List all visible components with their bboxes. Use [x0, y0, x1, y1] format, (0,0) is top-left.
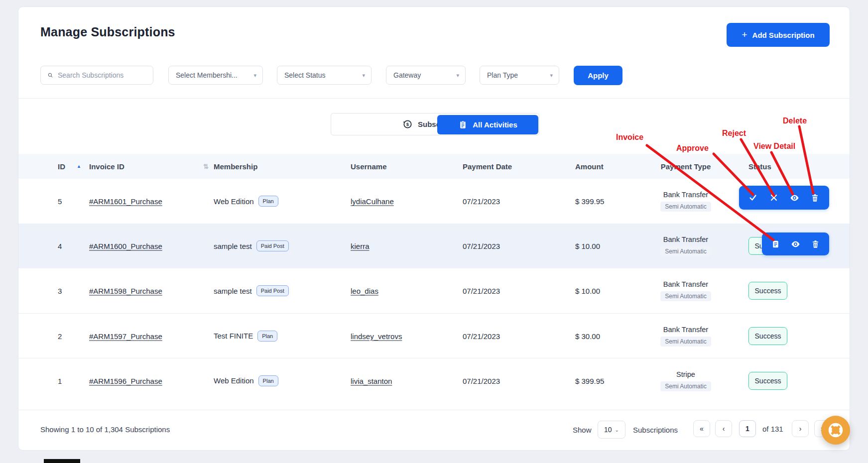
chevron-down-icon: ▾: [253, 72, 256, 79]
status-select[interactable]: Select Status ▾: [277, 66, 372, 85]
cell-payment-date: 07/21/2023: [463, 197, 500, 206]
cell-id: 4: [58, 242, 62, 250]
invoice-link[interactable]: #ARM1601_Purchase: [89, 197, 162, 206]
annotation-approve: Approve: [676, 144, 709, 153]
eye-icon: [790, 239, 801, 249]
pagination-prev-button[interactable]: ‹: [715, 420, 732, 437]
payment-type-name: Bank Transfer: [663, 191, 708, 199]
results-summary: Showing 1 to 10 of 1,304 Subscriptions: [40, 425, 170, 434]
table-row: 3 #ARM1598_Purchase sample test Paid Pos…: [18, 268, 850, 313]
header-payment-date: Payment Date: [463, 162, 512, 171]
plan-type-select-value: Plan Type: [487, 71, 518, 79]
cell-amount: $ 399.95: [575, 197, 604, 206]
section-divider: [18, 98, 850, 99]
sort-asc-icon[interactable]: ▲: [77, 164, 81, 169]
status-select-value: Select Status: [284, 71, 326, 79]
invoice-link[interactable]: #ARM1598_Purchase: [89, 287, 162, 295]
table-row: 4 #ARM1600_Purchase sample test Paid Pos…: [18, 224, 850, 268]
chevron-down-icon: ⌄: [615, 427, 619, 433]
username-link[interactable]: livia_stanton: [351, 376, 392, 385]
username-link[interactable]: kierra: [351, 242, 370, 250]
header-membership: Membership: [214, 162, 257, 171]
cell-status: Success: [748, 327, 787, 345]
cell-payment-date: 07/21/2023: [463, 242, 500, 250]
cell-payment-date: 07/21/2023: [463, 376, 500, 385]
chevron-down-icon: ▾: [550, 72, 553, 79]
add-subscription-button[interactable]: + Add Subscription: [727, 23, 830, 47]
header-amount: Amount: [575, 162, 604, 171]
annotation-reject: Reject: [722, 129, 746, 138]
gateway-select[interactable]: Gateway ▾: [386, 66, 466, 85]
search-box: [40, 66, 153, 85]
payment-type-name: Stripe: [676, 370, 695, 378]
header-invoice-id: Invoice ID: [89, 162, 124, 171]
plus-icon: +: [742, 29, 747, 40]
header-status: Status: [748, 162, 771, 171]
bottom-left-artifact: [44, 459, 80, 463]
cell-payment-type: Bank Transfer Semi Automatic: [643, 280, 728, 301]
membership-name: Web Edition: [214, 197, 254, 206]
pagination-page-input[interactable]: [739, 420, 756, 437]
payment-type-name: Bank Transfer: [663, 326, 708, 334]
search-icon: [48, 71, 53, 79]
show-label: Show: [573, 426, 592, 434]
cell-membership: Web Edition Plan: [214, 375, 278, 386]
delete-button[interactable]: [809, 237, 822, 250]
cell-payment-type: Bank Transfer Semi Automatic: [643, 326, 728, 347]
cell-payment-type: Bank Transfer Semi Automatic: [643, 235, 728, 256]
username-link[interactable]: leo_dias: [351, 287, 378, 295]
help-fab-button[interactable]: [821, 416, 850, 445]
tab-all-activities-label: All Activities: [473, 120, 517, 129]
per-page-select[interactable]: 10 ⌄: [598, 421, 625, 439]
invoice-link[interactable]: #ARM1600_Purchase: [89, 242, 162, 250]
table-footer: Showing 1 to 10 of 1,304 Subscriptions S…: [18, 410, 850, 451]
view-detail-button[interactable]: [789, 237, 802, 250]
payment-type-name: Bank Transfer: [663, 280, 708, 288]
cell-payment-type: Bank Transfer Semi Automatic: [643, 191, 728, 212]
reject-button[interactable]: [767, 191, 780, 204]
header-payment-type: Payment Type: [643, 162, 728, 171]
approve-button[interactable]: [746, 191, 759, 204]
delete-button[interactable]: [809, 191, 822, 204]
invoice-link[interactable]: #ARM1596_Purchase: [89, 376, 162, 385]
sort-icon[interactable]: ⇅: [203, 163, 209, 170]
pagination-total-label: of 131: [762, 425, 783, 433]
table-body: 5 #ARM1601_Purchase Web Edition Plan lyd…: [18, 179, 850, 403]
cell-status: Success: [748, 282, 787, 300]
check-icon: [748, 193, 758, 203]
membership-select-value: Select Membershi...: [176, 71, 238, 79]
membership-name: sample test: [214, 287, 252, 295]
clipboard-icon: [458, 120, 468, 129]
trash-icon: [810, 193, 820, 203]
cell-membership: sample test Paid Post: [214, 240, 289, 251]
chevron-down-icon: ▾: [362, 72, 365, 79]
cell-payment-date: 07/21/2023: [463, 332, 500, 340]
cell-id: 3: [58, 287, 62, 295]
payment-type-name: Bank Transfer: [663, 235, 708, 243]
tab-all-activities[interactable]: All Activities: [437, 115, 538, 134]
membership-type-badge: Plan: [257, 331, 277, 342]
username-link[interactable]: lindsey_vetrovs: [351, 332, 402, 340]
chevron-down-icon: ▾: [456, 72, 459, 79]
table-header: ID ▲ Invoice ID ⇅ Membership Username Pa…: [18, 154, 850, 179]
membership-type-badge: Paid Post: [256, 240, 289, 251]
username-link[interactable]: lydiaCulhane: [351, 197, 394, 206]
manage-subscriptions-card: Manage Subscriptions + Add Subscription …: [18, 6, 850, 451]
cell-id: 5: [58, 197, 62, 206]
apply-button[interactable]: Apply: [574, 66, 622, 85]
invoice-button[interactable]: [769, 237, 782, 250]
membership-select[interactable]: Select Membershi... ▾: [168, 66, 263, 85]
payment-mode-chip: Semi Automatic: [660, 291, 711, 301]
cell-membership: Web Edition Plan: [214, 196, 278, 207]
gateway-select-value: Gateway: [393, 71, 421, 79]
cell-payment-date: 07/21/2023: [463, 287, 500, 295]
invoice-link[interactable]: #ARM1597_Purchase: [89, 332, 162, 340]
plan-type-select[interactable]: Plan Type ▾: [480, 66, 559, 85]
search-input[interactable]: [58, 71, 148, 79]
view-detail-button[interactable]: [788, 191, 801, 204]
annotation-view-detail: View Detail: [753, 142, 795, 151]
membership-type-badge: Plan: [258, 196, 278, 207]
pagination-next-button[interactable]: ›: [792, 420, 809, 437]
pagination-first-button[interactable]: «: [693, 420, 710, 437]
row-actions-bar: [762, 232, 829, 255]
